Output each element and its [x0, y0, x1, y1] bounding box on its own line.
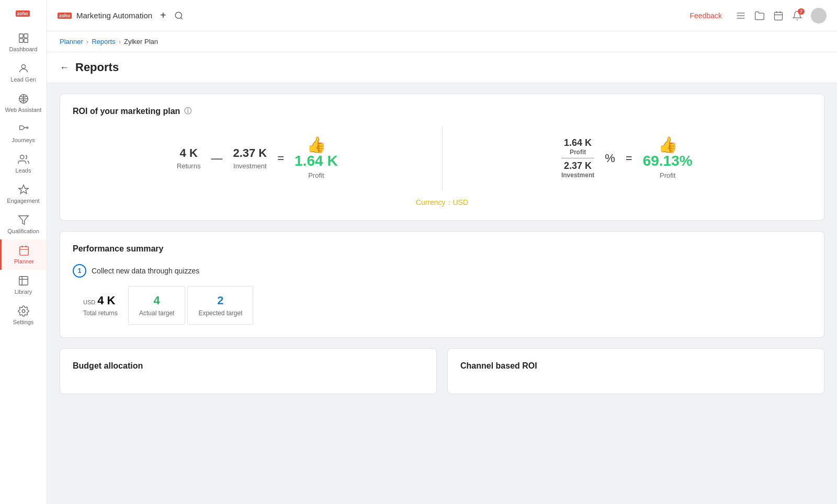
performance-card-title: Performance summary	[73, 244, 811, 254]
breadcrumb-reports[interactable]: Reports	[92, 38, 116, 45]
expected-target-value: 2	[198, 294, 242, 307]
total-returns-value: 4 K	[97, 294, 115, 307]
roi-fraction-invest-label: Investment	[561, 171, 594, 179]
breadcrumb-sep-1: ›	[86, 38, 88, 45]
breadcrumb: Planner › Reports › Zylker Plan	[47, 31, 837, 52]
perf-stat-actual: 4 Actual target	[128, 286, 185, 325]
page-title: Reports	[75, 61, 119, 74]
sidebar-item-dashboard[interactable]: Dashboard	[0, 27, 47, 58]
performance-item-header: 1 Collect new data through quizzes	[73, 264, 811, 278]
roi-card-title: ROI of your marketing plan ⓘ	[73, 107, 811, 116]
search-button[interactable]	[174, 11, 184, 20]
page-header: ← Reports	[47, 52, 837, 83]
roi-percent-label: Profit	[643, 171, 693, 179]
sidebar-item-label: Library	[15, 289, 32, 295]
svg-rect-2	[19, 39, 22, 42]
roi-card: ROI of your marketing plan ⓘ 4 K Returns…	[60, 94, 824, 221]
roi-investment-value: 2.37 K	[233, 146, 267, 160]
roi-returns-value: 4 K	[177, 146, 201, 160]
roi-returns-label: Returns	[177, 162, 201, 170]
sidebar-item-leads[interactable]: Leads	[0, 148, 47, 179]
add-button[interactable]: +	[160, 9, 166, 21]
topbar-left: zoho Marketing Automation +	[58, 9, 184, 21]
perf-stat-expected: 2 Expected target	[187, 286, 253, 325]
channel-roi-title: Channel based ROI	[460, 361, 811, 371]
sidebar-item-qualification[interactable]: Qualification	[0, 209, 47, 239]
roi-investment-label: Investment	[233, 162, 267, 170]
sidebar-item-label: Engagement	[7, 198, 39, 204]
sidebar-item-label: Journeys	[12, 137, 35, 143]
bottom-cards: Budget allocation Channel based ROI	[60, 348, 824, 394]
user-avatar[interactable]	[811, 8, 827, 24]
roi-fraction-invest: 2.37 K Investment	[561, 161, 594, 179]
svg-rect-0	[19, 34, 22, 38]
engagement-icon	[18, 184, 29, 196]
roi-left-section: 4 K Returns — 2.37 K Investment = 👍 1.64…	[73, 127, 443, 190]
svg-point-11	[22, 310, 25, 313]
breadcrumb-current: Zylker Plan	[124, 38, 158, 45]
leads-icon	[18, 154, 29, 165]
dashboard-icon	[18, 32, 29, 44]
thumbup-icon-right: 👍	[643, 137, 693, 153]
sidebar-item-label: Settings	[13, 319, 34, 325]
back-button[interactable]: ←	[60, 62, 69, 73]
svg-marker-8	[18, 216, 28, 225]
library-icon	[18, 275, 29, 287]
roi-equals-op: =	[277, 152, 284, 165]
roi-minus-op: —	[211, 152, 222, 165]
folder-button[interactable]	[754, 10, 765, 21]
topbar-logo: zoho Marketing Automation	[58, 11, 152, 20]
sidebar-item-settings[interactable]: Settings	[0, 300, 47, 330]
sidebar-item-planner[interactable]: Planner	[0, 239, 47, 270]
notification-count: 7	[798, 8, 805, 15]
channel-roi-card: Channel based ROI	[447, 348, 824, 394]
list-view-button[interactable]	[736, 10, 746, 21]
currency-prefix: USD	[83, 299, 95, 305]
sidebar-item-engagement[interactable]: Engagement	[0, 179, 47, 209]
svg-point-7	[20, 155, 24, 159]
performance-card: Performance summary 1 Collect new data t…	[60, 231, 824, 338]
svg-point-6	[26, 127, 28, 129]
sidebar-item-lead-gen[interactable]: Lead Gen	[0, 58, 47, 88]
svg-point-12	[175, 12, 182, 18]
currency-note: Currency：USD	[73, 198, 811, 208]
notification-button[interactable]: 7	[792, 10, 802, 21]
cards-area: ROI of your marketing plan ⓘ 4 K Returns…	[47, 83, 837, 405]
sidebar-item-journeys[interactable]: Journeys	[0, 118, 47, 148]
roi-profit-value: 1.64 K	[295, 153, 338, 169]
sidebar-item-label: Leads	[16, 167, 31, 174]
roi-right-section: 1.64 K Profit 2.37 K Investment % = 👍	[443, 127, 812, 190]
roi-fraction-profit: 1.64 K Profit	[561, 138, 594, 158]
breadcrumb-planner[interactable]: Planner	[60, 38, 83, 45]
zoho-box: zoho	[58, 13, 72, 19]
calendar-button[interactable]	[773, 10, 784, 21]
sidebar: zoho Dashboard Lead Gen Web Assistant Jo…	[0, 0, 47, 504]
roi-fraction: 1.64 K Profit 2.37 K Investment	[561, 138, 594, 179]
sidebar-item-label: Lead Gen	[10, 76, 36, 83]
roi-content: 4 K Returns — 2.37 K Investment = 👍 1.64…	[73, 127, 811, 190]
thumbup-icon-left: 👍	[295, 137, 338, 153]
roi-equals-op2: =	[626, 152, 632, 165]
topbar-right: Feedback 7	[690, 8, 827, 24]
roi-percent-value: 69.13%	[643, 153, 693, 169]
sidebar-item-web-assistant[interactable]: Web Assistant	[0, 88, 47, 118]
actual-target-label: Actual target	[139, 310, 174, 317]
feedback-button[interactable]: Feedback	[690, 12, 722, 20]
actual-target-value: 4	[139, 294, 174, 307]
performance-stats: USD 4 K Total returns 4 Actual target 2 …	[73, 286, 811, 325]
sidebar-item-library[interactable]: Library	[0, 270, 47, 300]
roi-profit-label: Profit	[295, 171, 338, 179]
settings-icon	[18, 305, 29, 317]
budget-allocation-card: Budget allocation	[60, 348, 437, 394]
journeys-icon	[18, 123, 29, 135]
zoho-logo-box: zoho	[16, 10, 30, 17]
perf-stat-total-returns: USD 4 K Total returns	[73, 286, 128, 325]
svg-rect-10	[19, 277, 28, 285]
roi-percent-result: 👍 69.13% Profit	[643, 137, 693, 179]
roi-profit-result: 👍 1.64 K Profit	[295, 137, 338, 179]
svg-rect-3	[24, 39, 27, 42]
roi-info-icon[interactable]: ⓘ	[184, 107, 191, 116]
zoho-brand: zoho	[58, 13, 73, 19]
roi-investment: 2.37 K Investment	[233, 146, 267, 170]
performance-item-number: 1	[73, 264, 86, 278]
